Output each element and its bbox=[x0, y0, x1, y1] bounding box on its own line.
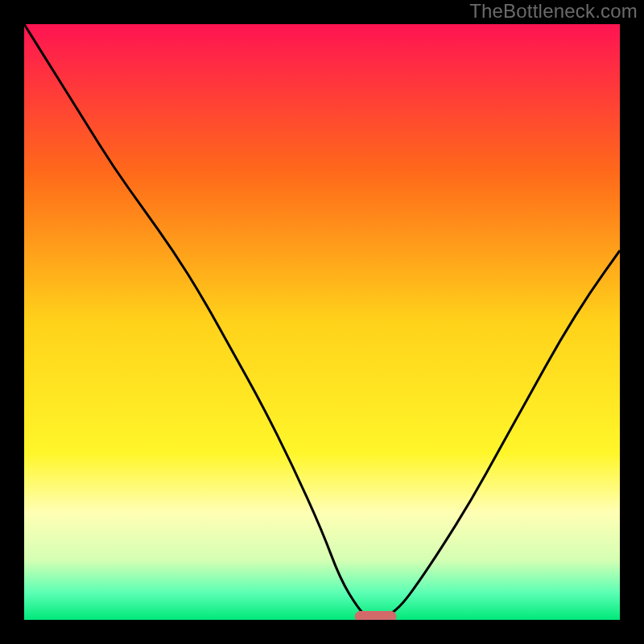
watermark-text: TheBottleneck.com bbox=[469, 0, 638, 23]
bottleneck-chart bbox=[0, 0, 644, 644]
